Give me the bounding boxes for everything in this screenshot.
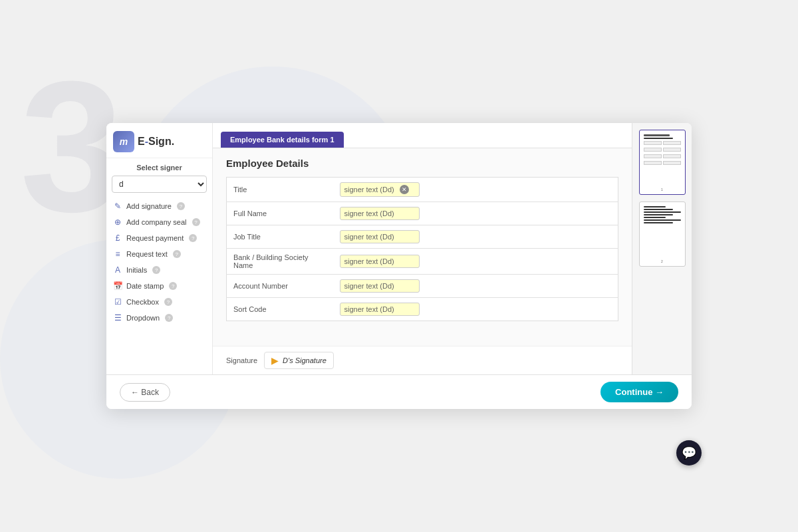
signature-text: D's Signature [283,356,327,364]
table-row: Full Name signer text (Dd) [227,202,618,225]
signature-box[interactable]: ▶ D's Signature [264,352,334,369]
thumb-cell [644,154,662,158]
logo: m E-Sign. [106,123,212,158]
thumb-cell [663,154,681,158]
signature-section: Signature ▶ D's Signature [213,346,632,374]
payment-icon: £ [113,233,122,243]
sidebar-item-dropdown[interactable]: ☰ Dropdown ? [106,310,212,326]
field-label-bank: Bank / Building Society Name [227,249,333,275]
field-label-fullname: Full Name [227,202,333,225]
signer-field-sortcode[interactable]: signer text (Dd) [340,303,420,316]
field-label-jobtitle: Job Title [227,225,333,249]
sidebar-item-label: Date stamp [126,282,164,290]
logo-icon: m [113,131,134,152]
thumbnail-page-2[interactable]: 2 [639,201,686,267]
thumb-line [644,138,674,139]
help-icon-dropdown: ? [165,314,173,322]
field-value-title: signer text (Dd) ✕ [333,178,618,202]
thumb-row [644,154,681,158]
initials-icon: A [113,265,122,275]
signer-field-text: signer text (Dd) [344,257,394,265]
continue-button[interactable]: Continue → [600,382,678,402]
signer-field-text: signer text (Dd) [344,282,394,290]
thumbnail-panel: 1 2 [632,123,692,374]
checkbox-icon: ☑ [113,297,122,307]
signer-select[interactable]: d [112,176,207,193]
main-content: Employee Bank details form 1 Employee De… [213,123,632,374]
sidebar-item-label: Initials [126,266,147,274]
thumb-line [644,211,681,213]
thumb-cell [663,161,681,165]
sidebar-item-date-stamp[interactable]: 📅 Date stamp ? [106,278,212,294]
thumb-line [644,217,666,218]
signer-field-account[interactable]: signer text (Dd) [340,279,420,293]
signer-field-jobtitle[interactable]: signer text (Dd) [340,230,420,243]
tab-employee-bank-details[interactable]: Employee Bank details form 1 [221,132,344,148]
sidebar-item-request-text[interactable]: ≡ Request text ? [106,246,212,262]
tab-bar: Employee Bank details form 1 [213,123,632,148]
thumb-row [644,161,681,165]
field-value-bank: signer text (Dd) [333,249,618,275]
sidebar-item-label: Dropdown [126,314,160,322]
thumb-line [644,206,666,207]
field-label-sortcode: Sort Code [227,298,333,321]
field-label-account: Account Number [227,275,333,298]
back-button[interactable]: ← Back [120,383,170,402]
sidebar-item-initials[interactable]: A Initials ? [106,262,212,278]
thumb-cell [644,141,662,145]
close-icon-title[interactable]: ✕ [400,185,409,194]
signature-arrow-icon: ▶ [271,355,279,366]
thumbnail-page-1[interactable]: 1 [639,130,686,195]
help-icon-initials: ? [152,266,160,274]
modal-window: m E-Sign. Select signer d ✎ Add signatur… [106,123,692,409]
table-row: Account Number signer text (Dd) [227,275,618,298]
table-row: Sort Code signer text (Dd) [227,298,618,321]
signer-field-bank[interactable]: signer text (Dd) [340,255,420,268]
sidebar-item-checkbox[interactable]: ☑ Checkbox ? [106,294,212,310]
signer-field-text: signer text (Dd) [344,186,394,194]
chat-icon: 💬 [682,446,696,460]
chat-bubble[interactable]: 💬 [676,440,702,466]
field-label-title: Title [227,178,333,202]
bottom-bar: ← Back Continue → [106,374,692,409]
text-icon: ≡ [113,249,122,259]
thumbnail-content-1 [642,133,682,186]
help-icon-text: ? [173,250,181,258]
seal-icon: ⊕ [113,217,122,227]
table-row: Job Title signer text (Dd) [227,225,618,249]
select-signer-label: Select signer [106,164,212,172]
sidebar-item-label: Request payment [126,234,184,242]
help-icon-seal: ? [192,218,200,226]
thumb-cell [663,141,681,145]
thumb-line [644,209,674,210]
signature-icon: ✎ [113,201,122,211]
date-icon: 📅 [113,281,122,291]
field-value-jobtitle: signer text (Dd) [333,225,618,249]
dropdown-icon: ☰ [113,313,122,323]
thumbnail-content-2 [642,205,682,258]
help-icon-signature: ? [177,202,185,210]
sidebar-item-add-company-seal[interactable]: ⊕ Add company seal ? [106,214,212,230]
thumb-page-label-2: 2 [642,259,682,263]
thumb-line [644,214,674,215]
form-title: Employee Details [226,158,618,169]
table-row: Title signer text (Dd) ✕ [227,178,618,202]
modal-body: m E-Sign. Select signer d ✎ Add signatur… [106,123,692,374]
form-table: Title signer text (Dd) ✕ Full Name [226,177,618,321]
thumb-page-label-1: 1 [642,188,682,192]
signer-field-text: signer text (Dd) [344,233,394,241]
sidebar: m E-Sign. Select signer d ✎ Add signatur… [106,123,213,374]
sidebar-item-add-signature[interactable]: ✎ Add signature ? [106,198,212,214]
thumb-row [644,141,681,145]
table-row: Bank / Building Society Name signer text… [227,249,618,275]
sidebar-item-request-payment[interactable]: £ Request payment ? [106,230,212,246]
signer-field-text: signer text (Dd) [344,209,394,217]
signer-field-fullname[interactable]: signer text (Dd) [340,207,420,220]
signer-field-title[interactable]: signer text (Dd) ✕ [340,182,420,197]
thumb-cell [644,148,662,152]
signature-label: Signature [226,356,257,364]
thumb-row [644,148,681,152]
signer-select-wrapper: d [106,176,212,198]
sidebar-item-label: Add company seal [126,218,187,226]
thumb-cell [644,161,662,165]
